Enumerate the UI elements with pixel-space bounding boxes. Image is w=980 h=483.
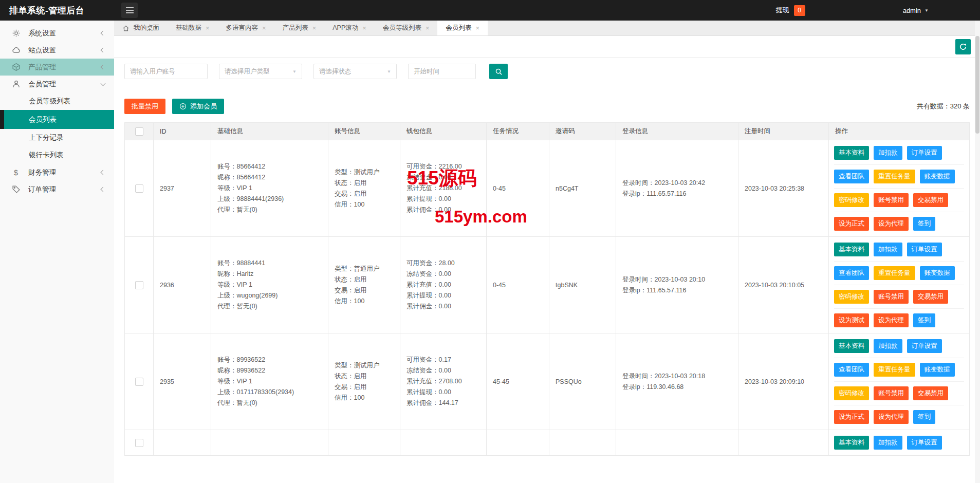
action-button[interactable]: 加扣款 [874,436,902,450]
account-info: 类型：测试用户状态：启用交易：启用信用：100 [328,333,400,430]
action-button[interactable]: 订单设置 [907,243,942,256]
batch-disable-button[interactable]: 批量禁用 [124,99,165,114]
action-button[interactable]: 账号禁用 [874,386,909,400]
sidebar-item-finance-management[interactable]: $财务管理 [0,164,114,181]
register-time: 2023-10-03 20:25:38 [738,140,829,237]
close-icon[interactable]: × [206,25,210,31]
basic-info-line: 等级：VIP 1 [217,280,322,290]
account-info-line: 信用：100 [335,296,394,307]
invite-code [549,430,616,456]
action-button[interactable]: 基本资料 [834,339,869,353]
action-button[interactable]: 查看团队 [834,266,869,280]
tab-product-list[interactable]: 产品列表× [274,21,325,35]
action-button[interactable]: 加扣款 [874,339,902,353]
row-checkbox[interactable] [135,439,143,447]
action-button[interactable]: 交易禁用 [913,386,948,400]
action-button[interactable]: 账变数据 [920,266,955,280]
hamburger-menu-icon[interactable] [121,3,138,18]
login-info-line: 登录ip：119.30.46.68 [622,382,732,393]
start-time-input[interactable] [408,64,476,79]
action-button[interactable]: 订单设置 [907,339,942,353]
action-button[interactable]: 账号禁用 [874,193,909,207]
action-button[interactable]: 重置任务量 [874,363,915,377]
scrollbar-thumb[interactable] [975,36,979,134]
login-info-line: 登录ip：111.65.57.116 [622,285,732,296]
row-checkbox[interactable] [135,378,143,386]
action-button[interactable]: 密码修改 [834,290,869,304]
wallet-info-line: 累计充值：2188.00 [406,183,480,194]
action-button[interactable]: 设为代理 [874,217,909,231]
tab-multilang[interactable]: 多语言内容× [218,21,274,35]
sidebar-item-member-list[interactable]: 会员列表 [0,110,114,129]
action-button[interactable]: 重置任务量 [874,170,915,183]
select-all-checkbox[interactable] [135,127,143,136]
action-button[interactable]: 密码修改 [834,386,869,400]
action-button[interactable]: 设为代理 [874,313,909,327]
sidebar-item-member-management[interactable]: 会员管理 [0,76,114,92]
sidebar-item-member-levels[interactable]: 会员等级列表 [0,92,114,110]
action-button[interactable]: 设为正式 [834,217,869,231]
tab-basic-data[interactable]: 基础数据× [168,21,218,35]
account-info-line: 交易：启用 [335,189,394,199]
sidebar-item-site-settings[interactable]: 站点设置 [0,42,114,59]
action-row: 批量禁用 添加会员 共有数据：320 条 [124,99,970,114]
account-info-line: 信用：100 [335,199,394,210]
sidebar-item-system-settings[interactable]: 系统设置 [0,25,114,42]
action-button[interactable]: 设为代理 [874,410,909,424]
search-button[interactable] [489,64,508,79]
sidebar-item-order-management[interactable]: 订单管理 [0,181,114,198]
action-button[interactable]: 签到 [913,313,935,327]
action-button[interactable]: 加扣款 [874,243,902,256]
wallet-info-line: 可用资金：0.17 [406,355,480,365]
action-button[interactable]: 签到 [913,217,935,231]
action-button[interactable]: 查看团队 [834,170,869,183]
status-select[interactable]: 请选择状态 ▼ [313,64,397,79]
user-type-select[interactable]: 请选择用户类型 ▼ [219,64,302,79]
close-icon[interactable]: × [426,25,430,31]
cloud-icon [11,46,21,55]
tab-app-scroll[interactable]: APP滚动× [324,21,375,35]
action-button[interactable]: 订单设置 [907,146,942,160]
action-button[interactable]: 账变数据 [920,170,955,183]
withdraw-link[interactable]: 提现 0 [776,5,805,16]
add-member-button[interactable]: 添加会员 [172,99,224,114]
refresh-button[interactable] [955,39,971,54]
account-search-input[interactable] [124,64,208,79]
sidebar-item-product-management[interactable]: 产品管理 [0,59,114,76]
close-icon[interactable]: × [262,25,266,31]
action-button[interactable]: 设为正式 [834,410,869,424]
action-button[interactable]: 交易禁用 [913,193,948,207]
action-button[interactable]: 签到 [913,410,935,424]
tool-strip [114,36,980,58]
row-checkbox[interactable] [135,281,143,289]
action-button[interactable]: 交易禁用 [913,290,948,304]
operations-line: 设为正式设为代理签到 [834,405,964,429]
user-menu[interactable]: admin ▼ [903,7,929,14]
action-button[interactable]: 设为测试 [834,313,869,327]
account-info-line: 类型：测试用户 [335,167,394,178]
action-button[interactable]: 基本资料 [834,243,869,256]
close-icon[interactable]: × [312,25,317,31]
wallet-info-line: 累计提现：0.00 [406,194,480,205]
action-button[interactable]: 订单设置 [907,436,942,450]
row-checkbox[interactable] [135,184,143,193]
tab-member-list-label: 会员列表 [446,24,471,32]
sidebar-item-bank-cards[interactable]: 银行卡列表 [0,146,114,164]
close-icon[interactable]: × [475,25,479,31]
action-button[interactable]: 查看团队 [834,363,869,377]
tab-desktop[interactable]: 我的桌面 [114,21,168,35]
wallet-info-line: 累计提现：0.00 [406,387,480,398]
tab-member-levels[interactable]: 会员等级列表× [375,21,438,35]
basic-info-line: 代理：暂无(0) [217,398,322,408]
action-button[interactable]: 加扣款 [874,146,902,160]
action-button[interactable]: 账号禁用 [874,290,909,304]
action-button[interactable]: 基本资料 [834,436,869,450]
basic-info: 账号：85664412昵称：85664412等级：VIP 1上级：9888444… [211,140,328,237]
action-button[interactable]: 重置任务量 [874,266,915,280]
action-button[interactable]: 账变数据 [920,363,955,377]
tab-member-list[interactable]: 会员列表× [437,21,488,35]
action-button[interactable]: 密码修改 [834,193,869,207]
action-button[interactable]: 基本资料 [834,146,869,160]
close-icon[interactable]: × [362,25,366,31]
sidebar-item-score-records[interactable]: 上下分记录 [0,129,114,146]
